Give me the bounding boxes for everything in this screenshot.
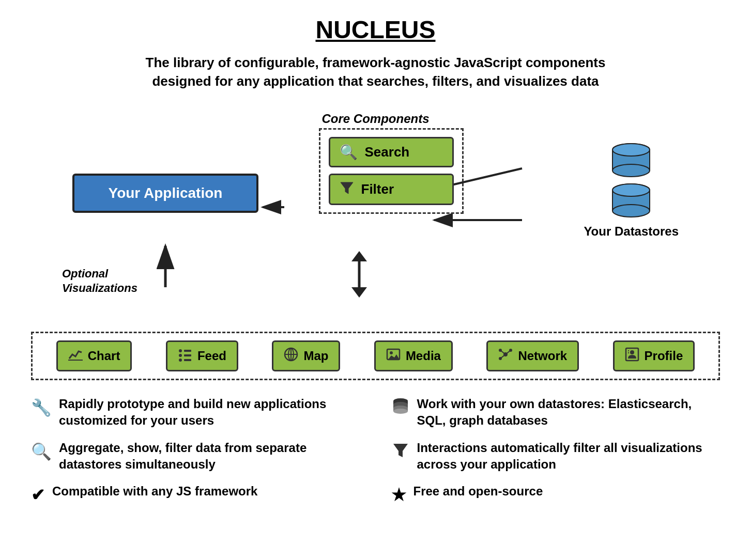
svg-point-17 (612, 184, 650, 196)
svg-line-36 (500, 350, 505, 354)
filter-component: Filter (329, 174, 454, 205)
svg-rect-20 (184, 350, 191, 352)
filter-icon-2 (391, 441, 410, 465)
svg-point-49 (393, 409, 408, 414)
feature-filter-interactions: Interactions automatically filter all vi… (391, 440, 721, 473)
feed-component: Feed (166, 340, 238, 371)
media-icon (386, 347, 401, 365)
map-icon (284, 347, 298, 365)
datastore-cylinder-2 (610, 183, 652, 219)
svg-marker-31 (388, 354, 400, 360)
svg-point-30 (390, 351, 393, 354)
media-component: Media (374, 340, 453, 371)
star-icon: ★ (391, 484, 406, 506)
optional-visualizations-label: OptionalVisualizations (62, 267, 137, 296)
core-components-label: Core Components (321, 112, 429, 126)
your-application-box: Your Application (72, 174, 258, 213)
features-grid: 🔧 Rapidly prototype and build new applic… (31, 396, 720, 507)
diagram: Core Components Your Application (31, 112, 720, 380)
search-icon-2: 🔍 (31, 441, 52, 463)
profile-component: Profile (613, 340, 695, 371)
svg-marker-50 (393, 444, 408, 457)
checkmark-icon: ✔ (31, 484, 45, 506)
map-component: Map (272, 340, 340, 371)
feature-aggregate: 🔍 Aggregate, show, filter data from sepa… (31, 440, 360, 473)
svg-point-19 (179, 349, 182, 352)
datastores-label: Your Datastores (584, 224, 679, 239)
svg-point-16 (612, 205, 650, 217)
svg-point-40 (630, 350, 634, 354)
search-component: 🔍 Search (329, 137, 454, 167)
datastore-cylinder-1 (610, 143, 652, 179)
svg-marker-6 (351, 287, 367, 298)
network-component: Network (486, 340, 579, 371)
svg-point-13 (612, 144, 650, 156)
svg-line-38 (500, 354, 505, 359)
database-icon (391, 397, 410, 421)
svg-marker-9 (341, 182, 353, 194)
viz-components-box: Chart Feed (31, 332, 720, 380)
network-icon (498, 347, 513, 365)
datastores-area: Your Datastores (584, 143, 679, 239)
wrench-icon: 🔧 (31, 397, 52, 419)
feed-icon (178, 347, 192, 365)
svg-point-21 (179, 354, 182, 357)
svg-line-37 (505, 350, 511, 354)
core-components-box: 🔍 Search Filter (319, 128, 464, 214)
chart-component: Chart (56, 340, 132, 371)
feature-js-framework: ✔ Compatible with any JS framework (31, 483, 360, 506)
page-title: NUCLEUS (31, 15, 720, 44)
chart-icon (68, 347, 83, 365)
svg-point-23 (179, 359, 182, 362)
svg-point-12 (612, 164, 650, 177)
svg-rect-22 (184, 354, 191, 356)
db-cylinders (610, 143, 652, 219)
svg-rect-18 (68, 360, 83, 361)
filter-icon (340, 180, 354, 198)
search-icon: 🔍 (340, 144, 358, 161)
feature-open-source: ★ Free and open-source (391, 483, 721, 506)
profile-icon (625, 347, 639, 365)
feature-prototype: 🔧 Rapidly prototype and build new applic… (31, 396, 360, 429)
feature-datastores: Work with your own datastores: Elasticse… (391, 396, 721, 429)
svg-marker-7 (351, 251, 367, 261)
svg-rect-24 (184, 359, 191, 361)
page-subtitle: The library of configurable, framework-a… (31, 53, 720, 91)
